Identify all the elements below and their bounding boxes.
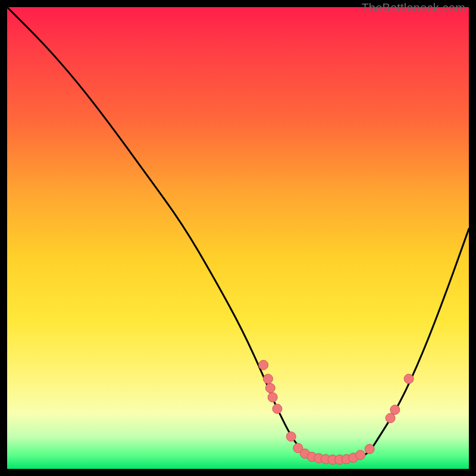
chart-frame: TheBottleneck.com: [7, 7, 469, 469]
data-marker: [356, 450, 365, 460]
data-marker: [286, 432, 296, 441]
data-marker: [263, 374, 273, 384]
bottleneck-curve: [7, 7, 469, 459]
watermark-text: TheBottleneck.com: [361, 1, 465, 15]
data-marker: [268, 393, 277, 402]
data-markers: [259, 360, 414, 464]
data-marker: [386, 414, 395, 423]
data-marker: [273, 404, 282, 414]
data-marker: [404, 374, 414, 384]
data-marker: [265, 383, 275, 393]
chart-svg: [7, 7, 469, 469]
data-marker: [390, 405, 400, 415]
data-marker: [365, 444, 374, 454]
plot-area: [7, 7, 469, 469]
data-marker: [259, 360, 268, 369]
